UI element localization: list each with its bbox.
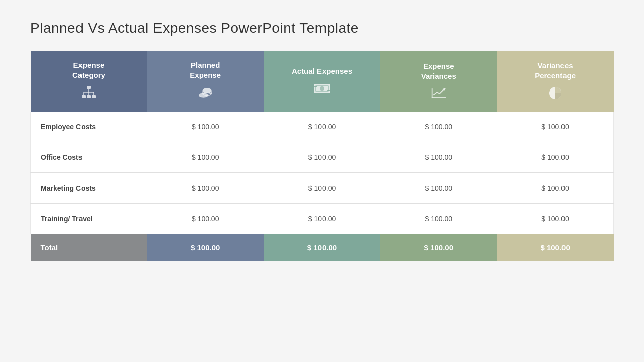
org-chart-icon <box>36 85 142 105</box>
header-variances-label: ExpenseVariances <box>421 62 456 80</box>
category-cell: Employee Costs <box>31 112 147 142</box>
pie-chart-icon <box>502 85 609 104</box>
category-cell: Training/ Travel <box>31 204 147 234</box>
actual-cell: $ 100.00 <box>264 204 380 234</box>
planned-cell: $ 100.00 <box>147 204 264 234</box>
actual-cell: $ 100.00 <box>264 173 380 204</box>
cash-icon <box>269 81 375 99</box>
table-row: Marketing Costs $ 100.00 $ 100.00 $ 100.… <box>31 173 614 204</box>
category-cell: Office Costs <box>31 142 147 173</box>
actual-cell: $ 100.00 <box>264 142 380 173</box>
svg-rect-17 <box>432 88 433 98</box>
planned-cell: $ 100.00 <box>147 142 264 173</box>
page-title: Planned Vs Actual Expenses PowerPoint Te… <box>30 20 614 36</box>
header-row: ExpenseCategory <box>31 51 614 112</box>
header-actual: Actual Expenses <box>264 51 380 112</box>
header-category: ExpenseCategory <box>31 51 147 112</box>
total-planned: $ 100.00 <box>147 234 264 261</box>
percent-cell: $ 100.00 <box>497 173 614 204</box>
svg-point-13 <box>320 86 324 90</box>
svg-rect-1 <box>82 95 86 98</box>
svg-rect-3 <box>92 95 96 98</box>
total-actual: $ 100.00 <box>264 234 380 261</box>
variances-cell: $ 100.00 <box>380 204 497 234</box>
planned-cell: $ 100.00 <box>147 112 264 142</box>
percent-cell: $ 100.00 <box>497 112 614 142</box>
total-row: Total $ 100.00 $ 100.00 $ 100.00 $ 100.0… <box>31 234 614 261</box>
total-label: Total <box>31 234 147 261</box>
table-row: Employee Costs $ 100.00 $ 100.00 $ 100.0… <box>31 112 614 142</box>
header-category-label: ExpenseCategory <box>72 61 105 79</box>
chart-line-icon <box>385 86 492 104</box>
variances-cell: $ 100.00 <box>380 142 497 173</box>
table-row: Training/ Travel $ 100.00 $ 100.00 $ 100… <box>31 204 614 234</box>
category-cell: Marketing Costs <box>31 173 147 204</box>
total-percent: $ 100.00 <box>497 234 614 261</box>
expenses-table: ExpenseCategory <box>30 51 614 261</box>
planned-cell: $ 100.00 <box>147 173 264 204</box>
variances-cell: $ 100.00 <box>380 112 497 142</box>
header-percent: VariancesPercentage <box>497 51 614 112</box>
coins-icon <box>152 85 259 105</box>
header-variances: ExpenseVariances <box>380 51 497 112</box>
table-row: Office Costs $ 100.00 $ 100.00 $ 100.00 … <box>31 142 614 173</box>
percent-cell: $ 100.00 <box>497 204 614 234</box>
svg-rect-16 <box>432 97 446 98</box>
header-percent-label: VariancesPercentage <box>535 61 576 80</box>
svg-rect-2 <box>87 95 91 98</box>
actual-cell: $ 100.00 <box>264 112 380 142</box>
svg-rect-0 <box>87 86 91 89</box>
total-variances: $ 100.00 <box>380 234 497 261</box>
variances-cell: $ 100.00 <box>380 173 497 204</box>
header-planned-label: PlannedExpense <box>190 61 221 79</box>
header-actual-label: Actual Expenses <box>292 67 352 75</box>
percent-cell: $ 100.00 <box>497 142 614 173</box>
header-planned: PlannedExpense <box>147 51 264 112</box>
page-container: Planned Vs Actual Expenses PowerPoint Te… <box>30 20 614 261</box>
